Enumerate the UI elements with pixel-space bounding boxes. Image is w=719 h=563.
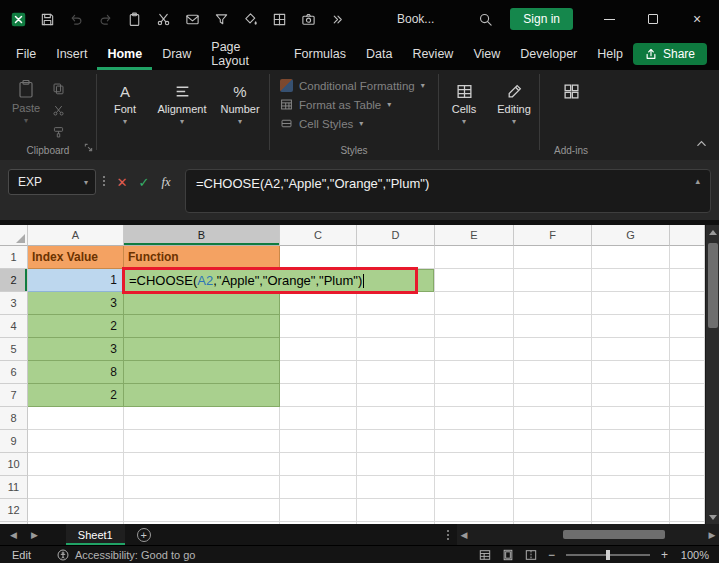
conditional-formatting-button[interactable]: Conditional Formatting ▾ <box>280 79 438 92</box>
cell-G6[interactable] <box>592 361 670 384</box>
cell-C10[interactable] <box>280 453 357 476</box>
cell-D11[interactable] <box>357 476 435 499</box>
formula-input[interactable]: =CHOOSE(A2,"Apple","Orange","Plum") ▴ <box>185 169 711 213</box>
copy-icon[interactable] <box>52 82 65 95</box>
tab-scroll-divider[interactable] <box>447 530 457 540</box>
mail-icon[interactable] <box>184 11 200 27</box>
cell-G5[interactable] <box>592 338 670 361</box>
close-button[interactable]: × <box>675 0 719 38</box>
next-sheet-icon[interactable]: ▶ <box>31 530 38 540</box>
cell-C3[interactable] <box>280 292 357 315</box>
cell-G2[interactable] <box>592 269 670 292</box>
cell-D7[interactable] <box>357 384 435 407</box>
menu-help[interactable]: Help <box>587 38 633 70</box>
cell-partial-10[interactable] <box>670 453 705 476</box>
insert-function-button[interactable]: fx <box>155 169 177 195</box>
cell-C12[interactable] <box>280 499 357 522</box>
cells-group-button[interactable]: Cells ▾ <box>439 70 489 160</box>
menu-view[interactable]: View <box>463 38 510 70</box>
cell-C6[interactable] <box>280 361 357 384</box>
cell-G7[interactable] <box>592 384 670 407</box>
zoom-in-button[interactable]: + <box>661 548 668 562</box>
search-icon[interactable] <box>468 11 502 27</box>
row-header-6[interactable]: 6 <box>0 361 28 384</box>
name-box[interactable]: EXP ▾ <box>8 169 96 195</box>
cell-G9[interactable] <box>592 430 670 453</box>
clipboard-dialog-launcher-icon[interactable] <box>84 138 93 156</box>
cell-C11[interactable] <box>280 476 357 499</box>
cell-D8[interactable] <box>357 407 435 430</box>
cell-C5[interactable] <box>280 338 357 361</box>
vertical-scrollbar[interactable] <box>705 225 719 524</box>
cell-editor-b2[interactable]: =CHOOSE(A2,"Apple","Orange","Plum") <box>124 269 434 292</box>
cell-F9[interactable] <box>514 430 592 453</box>
menu-page-layout[interactable]: Page Layout <box>201 38 284 70</box>
cell-G8[interactable] <box>592 407 670 430</box>
cell-partial-5[interactable] <box>670 338 705 361</box>
borders-icon[interactable] <box>271 11 287 27</box>
cell-partial-8[interactable] <box>670 407 705 430</box>
column-header-b[interactable]: B <box>124 225 280 246</box>
cell-B11[interactable] <box>124 476 280 499</box>
minimize-button[interactable] <box>587 0 631 38</box>
cell-E7[interactable] <box>435 384 514 407</box>
cell-F5[interactable] <box>514 338 592 361</box>
page-break-view-icon[interactable] <box>525 549 537 561</box>
camera-icon[interactable] <box>300 11 316 27</box>
cell-partial-11[interactable] <box>670 476 705 499</box>
scroll-up-icon[interactable] <box>706 225 719 239</box>
row-header-8[interactable]: 8 <box>0 407 28 430</box>
cell-A11[interactable] <box>28 476 124 499</box>
cell-E12[interactable] <box>435 499 514 522</box>
cell-C7[interactable] <box>280 384 357 407</box>
cell-F1[interactable] <box>514 246 592 269</box>
cell-A9[interactable] <box>28 430 124 453</box>
menu-developer[interactable]: Developer <box>510 38 587 70</box>
cell-B9[interactable] <box>124 430 280 453</box>
cell-B10[interactable] <box>124 453 280 476</box>
fill-color-icon[interactable] <box>242 11 258 27</box>
row-header-7[interactable]: 7 <box>0 384 28 407</box>
column-header-c[interactable]: C <box>280 225 357 246</box>
menu-formulas[interactable]: Formulas <box>284 38 356 70</box>
cut-icon-small[interactable] <box>155 11 171 27</box>
formula-bar-drag-dots[interactable] <box>103 176 105 186</box>
vertical-scroll-thumb[interactable] <box>708 243 718 328</box>
cell-E11[interactable] <box>435 476 514 499</box>
cell-C9[interactable] <box>280 430 357 453</box>
number-group-button[interactable]: % Number ▾ <box>211 70 269 160</box>
column-header-d[interactable]: D <box>357 225 435 246</box>
row-header-2[interactable]: 2 <box>0 269 28 292</box>
cell-F10[interactable] <box>514 453 592 476</box>
enter-formula-button[interactable]: ✓ <box>133 169 155 195</box>
menu-insert[interactable]: Insert <box>46 38 97 70</box>
cell-A10[interactable] <box>28 453 124 476</box>
row-header-1[interactable]: 1 <box>0 246 28 269</box>
cell-F4[interactable] <box>514 315 592 338</box>
cell-C4[interactable] <box>280 315 357 338</box>
editing-group-button[interactable]: Editing ▾ <box>489 70 539 160</box>
filter-icon[interactable] <box>213 11 229 27</box>
cell-B1[interactable]: Function <box>124 246 280 269</box>
accessibility-checker[interactable]: Accessibility: Good to go <box>57 549 195 561</box>
cell-D6[interactable] <box>357 361 435 384</box>
cell-A8[interactable] <box>28 407 124 430</box>
zoom-slider[interactable] <box>566 554 650 556</box>
column-header-f[interactable]: F <box>514 225 592 246</box>
cell-A1[interactable]: Index Value <box>28 246 124 269</box>
cell-partial-4[interactable] <box>670 315 705 338</box>
collapse-ribbon-icon[interactable] <box>696 135 707 153</box>
cell-partial-1[interactable] <box>670 246 705 269</box>
row-header-3[interactable]: 3 <box>0 292 28 315</box>
cell-G1[interactable] <box>592 246 670 269</box>
cell-E9[interactable] <box>435 430 514 453</box>
horizontal-scroll-thumb[interactable] <box>563 530 665 539</box>
sheet-tab-sheet1[interactable]: Sheet1 <box>66 524 125 545</box>
column-header-a[interactable]: A <box>28 225 124 246</box>
toolbar-overflow-icon[interactable] <box>329 11 345 27</box>
cell-G12[interactable] <box>592 499 670 522</box>
scroll-right-icon[interactable]: ▶ <box>705 530 719 540</box>
cell-F2[interactable] <box>514 269 592 292</box>
share-button[interactable]: Share <box>633 43 707 65</box>
cell-partial-3[interactable] <box>670 292 705 315</box>
